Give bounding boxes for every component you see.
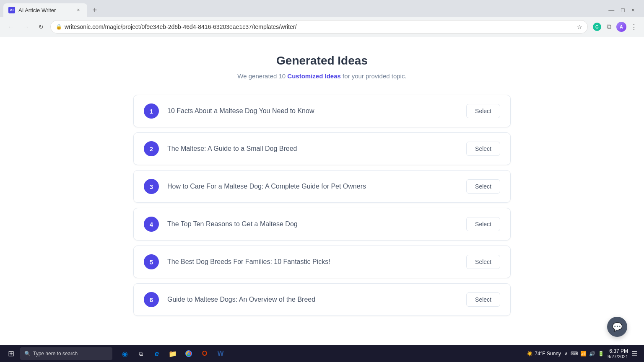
extensions-button[interactable]: ⧉ (604, 22, 614, 32)
taskbar-clock[interactable]: 6:37 PM 9/27/2021 (608, 348, 628, 359)
idea-number-3: 3 (144, 179, 159, 194)
ideas-list: 110 Facts About a Maltese Dog You Need t… (133, 95, 511, 316)
notification-area: ∧ ⌨ 📶 🔊 🔋 (564, 351, 604, 357)
show-hidden-icons[interactable]: ∧ (564, 351, 568, 357)
taskbar-apps: ◉ ⧉ e 📁 O W (117, 346, 228, 361)
forward-button[interactable]: → (20, 21, 32, 33)
grammarly-extension[interactable]: G (593, 23, 601, 31)
taskbar-app-taskview[interactable]: ⧉ (133, 346, 148, 361)
taskbar-tray: ☀️ 74°F Sunny ∧ ⌨ 📶 🔊 🔋 6:37 PM 9/27/202… (527, 348, 641, 359)
page-content: Generated Ideas We generated 10 Customiz… (0, 37, 644, 346)
subtitle-highlight: Customized Ideas (287, 72, 341, 80)
idea-card-2: 2The Maltese: A Guide to a Small Dog Bre… (133, 132, 511, 165)
address-bar-row: ← → ↻ 🔒 writesonic.com/magic/project/0f9… (0, 17, 644, 37)
page-title: Generated Ideas (276, 54, 368, 67)
idea-number-5: 5 (144, 254, 159, 269)
select-button-3[interactable]: Select (466, 179, 500, 194)
chat-widget-button[interactable]: 💬 (607, 317, 627, 337)
taskbar-app-office[interactable]: O (197, 346, 212, 361)
search-icon: 🔍 (24, 351, 31, 357)
taskbar-app-chrome[interactable] (181, 346, 196, 361)
tab-bar: AI AI Article Writer × + — □ × (0, 0, 644, 17)
select-button-5[interactable]: Select (466, 255, 500, 269)
idea-text-3: How to Care For a Maltese Dog: A Complet… (167, 183, 458, 190)
close-button[interactable]: × (629, 7, 637, 13)
idea-text-2: The Maltese: A Guide to a Small Dog Bree… (167, 145, 458, 153)
idea-text-1: 10 Facts About a Maltese Dog You Need to… (167, 107, 458, 115)
subtitle-prefix: We generated 10 (237, 72, 287, 80)
address-bar[interactable]: 🔒 writesonic.com/magic/project/0f9e34eb-… (50, 20, 588, 34)
idea-card-1: 110 Facts About a Maltese Dog You Need t… (133, 95, 511, 127)
taskbar-app-word[interactable]: W (213, 346, 228, 361)
idea-card-4: 4The Top Ten Reasons to Get a Maltese Do… (133, 208, 511, 240)
new-tab-button[interactable]: + (89, 4, 101, 16)
select-button-2[interactable]: Select (466, 142, 500, 156)
keyboard-icon: ⌨ (571, 351, 578, 357)
battery-icon: 🔋 (598, 351, 604, 357)
weather-icon: ☀️ (527, 351, 533, 357)
subtitle-suffix: for your provided topic. (341, 72, 407, 80)
chrome-menu-button[interactable]: ⋮ (629, 22, 639, 32)
bookmark-icon[interactable]: ☆ (577, 23, 582, 30)
tab-title: AI Article Writer (18, 7, 71, 13)
idea-text-5: The Best Dog Breeds For Families: 10 Fan… (167, 258, 458, 266)
url-text: writesonic.com/magic/project/0f9e34eb-2d… (65, 23, 574, 30)
tab-close-button[interactable]: × (75, 6, 82, 14)
idea-text-4: The Top Ten Reasons to Get a Maltese Dog (167, 220, 458, 228)
refresh-button[interactable]: ↻ (35, 21, 47, 33)
tab-favicon: AI (8, 7, 15, 13)
search-placeholder: Type here to search (33, 351, 78, 357)
browser-chrome: AI AI Article Writer × + — □ × ← → ↻ 🔒 w… (0, 0, 644, 37)
profile-avatar[interactable]: A (616, 22, 626, 32)
taskbar-app-edge[interactable]: e (149, 346, 164, 361)
taskbar-weather: ☀️ 74°F Sunny (527, 351, 561, 357)
chat-icon: 💬 (612, 322, 623, 332)
idea-number-2: 2 (144, 141, 159, 156)
idea-card-5: 5The Best Dog Breeds For Families: 10 Fa… (133, 246, 511, 278)
window-controls: — □ × (606, 7, 641, 13)
maximize-button[interactable]: □ (618, 7, 627, 13)
select-button-4[interactable]: Select (466, 217, 500, 231)
notification-button[interactable]: ☰ (631, 350, 637, 358)
lock-icon: 🔒 (56, 24, 62, 30)
start-button[interactable]: ⊞ (3, 346, 18, 361)
taskbar: ⊞ 🔍 Type here to search ◉ ⧉ e 📁 O W ☀️ (0, 345, 644, 362)
weather-text: 74°F Sunny (535, 351, 561, 357)
back-button[interactable]: ← (5, 21, 17, 33)
idea-card-3: 3How to Care For a Maltese Dog: A Comple… (133, 170, 511, 203)
idea-card-6: 6Guide to Maltese Dogs: An Overview of t… (133, 283, 511, 316)
select-button-6[interactable]: Select (466, 292, 500, 307)
active-tab[interactable]: AI AI Article Writer × (3, 3, 87, 17)
time-display: 6:37 PM (608, 348, 628, 354)
minimize-button[interactable]: — (606, 7, 617, 13)
idea-number-4: 4 (144, 217, 159, 232)
taskbar-app-explorer[interactable]: 📁 (165, 346, 180, 361)
taskbar-search[interactable]: 🔍 Type here to search (20, 347, 112, 360)
page-subtitle: We generated 10 Customized Ideas for you… (237, 72, 406, 80)
idea-number-6: 6 (144, 292, 159, 307)
select-button-1[interactable]: Select (466, 104, 500, 118)
wifi-icon: 📶 (580, 351, 587, 357)
browser-actions: G ⧉ A ⋮ (593, 22, 639, 32)
idea-text-6: Guide to Maltese Dogs: An Overview of th… (167, 296, 458, 303)
idea-number-1: 1 (144, 103, 159, 119)
volume-icon[interactable]: 🔊 (589, 351, 595, 357)
date-display: 9/27/2021 (608, 354, 628, 359)
taskbar-app-cortana[interactable]: ◉ (117, 346, 132, 361)
